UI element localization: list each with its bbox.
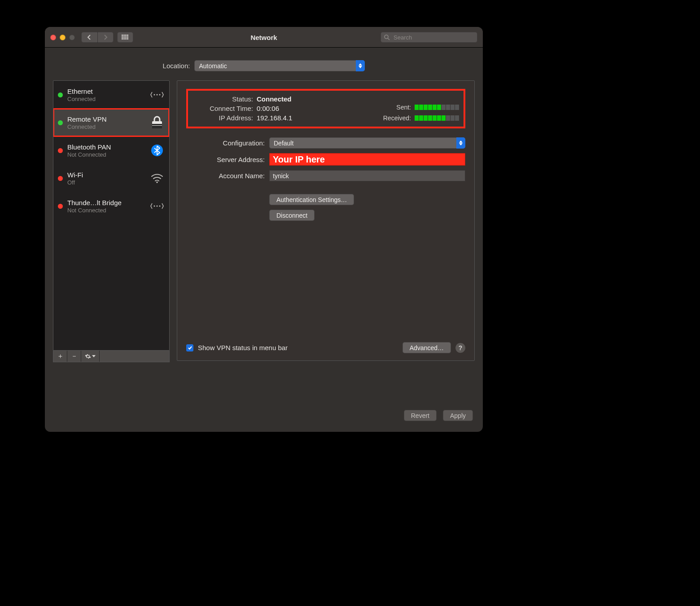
svg-point-22 <box>154 206 155 207</box>
svg-point-12 <box>385 35 388 39</box>
close-window-button[interactable] <box>50 35 56 40</box>
back-button[interactable] <box>81 32 97 43</box>
status-dot-icon <box>58 120 63 125</box>
sidebar-item-bluetooth-pan[interactable]: Bluetooth PAN Not Connected <box>53 136 169 164</box>
configuration-value: Default <box>269 140 298 147</box>
account-name-label: Account Name: <box>186 172 269 180</box>
status-summary: Status: Connected Connect Time: 0:00:06 … <box>186 89 465 128</box>
account-name-field[interactable]: tynick <box>269 170 465 181</box>
chevron-updown-icon <box>456 137 465 149</box>
show-vpn-status-checkbox[interactable] <box>186 344 193 351</box>
location-row: Location: Automatic <box>45 48 483 80</box>
connect-time-label: Connect Time: <box>192 105 257 112</box>
svg-rect-4 <box>122 36 123 38</box>
configuration-label: Configuration: <box>186 139 269 147</box>
sidebar-item-thunderbolt-bridge[interactable]: Thunde…lt Bridge Not Connected <box>53 192 169 220</box>
svg-rect-6 <box>125 36 127 38</box>
svg-line-13 <box>388 38 389 40</box>
sent-meter <box>415 105 459 110</box>
sidebar-item-remote-vpn[interactable]: Remote VPN Connected <box>53 109 169 136</box>
svg-rect-11 <box>127 38 128 40</box>
interfaces-list[interactable]: Ethernet Connected Remote VPN Connected <box>53 80 170 351</box>
sent-label: Sent: <box>396 104 411 111</box>
network-preferences-window: Network Location: Automatic <box>45 27 483 432</box>
authentication-settings-button[interactable]: Authentication Settings… <box>269 194 354 205</box>
interface-actions-menu[interactable] <box>81 351 100 362</box>
zoom-window-button[interactable] <box>69 35 75 40</box>
connect-time-value: 0:00:06 <box>257 105 279 112</box>
interface-status: Connected <box>67 123 145 130</box>
chevron-updown-icon <box>356 60 365 71</box>
interface-status: Not Connected <box>67 151 145 158</box>
svg-rect-1 <box>123 35 125 36</box>
grid-icon <box>117 32 133 43</box>
detail-panel: Status: Connected Connect Time: 0:00:06 … <box>177 80 475 361</box>
interface-name: Bluetooth PAN <box>67 143 145 151</box>
location-popup[interactable]: Automatic <box>194 60 365 71</box>
add-interface-button[interactable]: ＋ <box>53 351 67 362</box>
search-field[interactable] <box>381 32 477 43</box>
server-address-field[interactable]: Your IP here <box>269 153 465 166</box>
interface-name: Ethernet <box>67 88 145 95</box>
svg-rect-5 <box>123 36 125 38</box>
svg-point-21 <box>156 181 158 183</box>
svg-rect-10 <box>125 38 127 40</box>
svg-rect-18 <box>152 126 162 128</box>
svg-rect-9 <box>123 38 125 40</box>
svg-rect-8 <box>122 38 123 40</box>
remove-interface-button[interactable]: － <box>67 351 81 362</box>
wifi-icon <box>149 173 165 184</box>
disconnect-button[interactable]: Disconnect <box>269 210 315 221</box>
interfaces-toolbar: ＋ － <box>53 351 170 362</box>
window-footer: Revert Apply <box>404 410 473 421</box>
svg-rect-3 <box>127 35 128 36</box>
show-all-button[interactable] <box>117 32 133 43</box>
sidebar-item-ethernet[interactable]: Ethernet Connected <box>53 81 169 109</box>
account-name-value: tynick <box>273 172 289 180</box>
nav-back-forward <box>81 32 114 43</box>
svg-point-15 <box>157 94 158 96</box>
apply-button[interactable]: Apply <box>443 410 473 421</box>
server-address-label: Server Address: <box>186 156 269 163</box>
svg-point-16 <box>159 94 161 96</box>
revert-button[interactable]: Revert <box>404 410 437 421</box>
window-controls <box>50 35 75 40</box>
location-label: Location: <box>163 62 190 70</box>
status-dot-icon <box>58 92 63 97</box>
status-dot-icon <box>58 204 63 209</box>
bluetooth-icon <box>149 144 165 157</box>
lock-icon <box>149 116 165 129</box>
dots-sync-icon <box>149 202 165 211</box>
sidebar-item-wifi[interactable]: Wi-Fi Off <box>53 164 169 192</box>
server-address-value: Your IP here <box>273 154 325 165</box>
show-vpn-status-label: Show VPN status in menu bar <box>198 344 288 351</box>
interface-name: Thunde…lt Bridge <box>67 199 145 206</box>
search-input[interactable] <box>393 34 474 41</box>
location-value: Automatic <box>194 62 231 70</box>
interface-name: Remote VPN <box>67 115 145 123</box>
gear-icon <box>85 353 91 360</box>
status-dot-icon <box>58 148 63 153</box>
interface-name: Wi-Fi <box>67 171 145 179</box>
svg-point-24 <box>159 206 161 207</box>
check-icon <box>188 345 192 350</box>
svg-point-23 <box>157 206 158 207</box>
received-label: Received: <box>383 114 411 122</box>
interface-status: Not Connected <box>67 207 145 214</box>
chevron-down-icon <box>92 355 96 358</box>
ip-address-label: IP Address: <box>192 114 257 122</box>
interface-status: Off <box>67 179 145 186</box>
forward-button[interactable] <box>97 32 114 43</box>
titlebar: Network <box>45 27 483 48</box>
svg-rect-7 <box>127 36 128 38</box>
received-meter <box>415 115 459 121</box>
advanced-button[interactable]: Advanced… <box>402 342 451 353</box>
status-value: Connected <box>257 95 292 103</box>
status-label: Status: <box>192 95 257 103</box>
status-dot-icon <box>58 176 63 181</box>
minimize-window-button[interactable] <box>60 35 66 40</box>
svg-rect-0 <box>122 35 123 36</box>
configuration-popup[interactable]: Default <box>269 137 465 149</box>
help-button[interactable]: ? <box>455 343 465 353</box>
svg-rect-2 <box>125 35 127 36</box>
